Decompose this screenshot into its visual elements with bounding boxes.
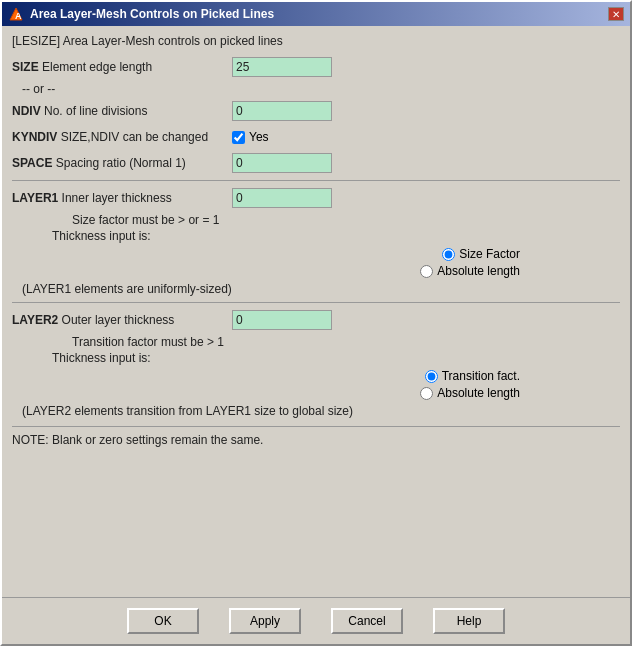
layer1-radio-size-factor: Size Factor (442, 247, 520, 261)
layer2-transition-note2: (LAYER2 elements transition from LAYER1 … (22, 404, 620, 418)
kyndiv-description: SIZE,NDIV can be changed (61, 130, 208, 144)
svg-text:A: A (15, 11, 22, 21)
size-keyword: SIZE (12, 60, 39, 74)
size-label: SIZE Element edge length (12, 60, 232, 74)
kyndiv-checkbox-label: Yes (249, 130, 269, 144)
or-divider: -- or -- (22, 82, 620, 96)
size-description: Element edge length (42, 60, 152, 74)
layer1-absolute-label: Absolute length (437, 264, 520, 278)
note-section: NOTE: Blank or zero settings remain the … (12, 426, 620, 447)
title-bar: A Area Layer-Mesh Controls on Picked Lin… (2, 2, 630, 26)
layer1-size-factor-label: Size Factor (459, 247, 520, 261)
layer2-radio-absolute: Absolute length (420, 386, 520, 400)
layer1-size-factor-radio[interactable] (442, 248, 455, 261)
layer1-keyword: LAYER1 (12, 191, 58, 205)
layer1-uniformly-sized: (LAYER1 elements are uniformly-sized) (22, 282, 620, 296)
layer2-transition-note: Transition factor must be > 1 (72, 335, 620, 349)
apply-button[interactable]: Apply (229, 608, 301, 634)
note-text: NOTE: Blank or zero settings remain the … (12, 433, 263, 447)
layer1-absolute-radio[interactable] (420, 265, 433, 278)
space-row: SPACE Spacing ratio (Normal 1) (12, 152, 620, 174)
ndiv-row: NDIV No. of line divisions (12, 100, 620, 122)
space-description: Spacing ratio (Normal 1) (56, 156, 186, 170)
layer2-row: LAYER2 Outer layer thickness (12, 309, 620, 331)
kyndiv-checkbox-row: Yes (232, 130, 269, 144)
layer2-description: Outer layer thickness (62, 313, 175, 327)
layer2-absolute-label: Absolute length (437, 386, 520, 400)
content-area: [LESIZE] Area Layer-Mesh controls on pic… (2, 26, 630, 597)
help-button[interactable]: Help (433, 608, 505, 634)
layer2-absolute-radio[interactable] (420, 387, 433, 400)
layer1-row: LAYER1 Inner layer thickness (12, 187, 620, 209)
close-button[interactable]: ✕ (608, 7, 624, 21)
layer2-radio-transition: Transition fact. (425, 369, 520, 383)
layer2-transition-radio[interactable] (425, 370, 438, 383)
ok-button[interactable]: OK (127, 608, 199, 634)
layer1-section: LAYER1 Inner layer thickness Size factor… (12, 180, 620, 300)
ndiv-input[interactable] (232, 101, 332, 121)
layer1-label: LAYER1 Inner layer thickness (12, 191, 232, 205)
space-keyword: SPACE (12, 156, 52, 170)
layer1-size-note: Size factor must be > or = 1 (72, 213, 620, 227)
layer1-input[interactable] (232, 188, 332, 208)
layer1-radio-group: Size Factor Absolute length (12, 247, 620, 278)
layer2-input[interactable] (232, 310, 332, 330)
cancel-button[interactable]: Cancel (331, 608, 403, 634)
space-label: SPACE Spacing ratio (Normal 1) (12, 156, 232, 170)
layer2-radio-group: Transition fact. Absolute length (12, 369, 620, 400)
lesize-description: [LESIZE] Area Layer-Mesh controls on pic… (12, 34, 620, 48)
kyndiv-label: KYNDIV SIZE,NDIV can be changed (12, 130, 232, 144)
layer2-section: LAYER2 Outer layer thickness Transition … (12, 302, 620, 422)
space-input[interactable] (232, 153, 332, 173)
title-bar-left: A Area Layer-Mesh Controls on Picked Lin… (8, 6, 274, 22)
layer2-label: LAYER2 Outer layer thickness (12, 313, 232, 327)
window-title: Area Layer-Mesh Controls on Picked Lines (30, 7, 274, 21)
kyndiv-keyword: KYNDIV (12, 130, 57, 144)
layer2-transition-label: Transition fact. (442, 369, 520, 383)
main-content: [LESIZE] Area Layer-Mesh controls on pic… (2, 26, 630, 644)
ndiv-label: NDIV No. of line divisions (12, 104, 232, 118)
layer1-thickness-label: Thickness input is: (52, 229, 620, 243)
main-window: A Area Layer-Mesh Controls on Picked Lin… (0, 0, 632, 646)
ndiv-description: No. of line divisions (44, 104, 147, 118)
button-bar: OK Apply Cancel Help (2, 597, 630, 644)
layer1-description: Inner layer thickness (62, 191, 172, 205)
kyndiv-checkbox[interactable] (232, 131, 245, 144)
layer2-thickness-label: Thickness input is: (52, 351, 620, 365)
layer2-keyword: LAYER2 (12, 313, 58, 327)
app-icon: A (8, 6, 24, 22)
layer1-radio-absolute: Absolute length (420, 264, 520, 278)
size-input[interactable] (232, 57, 332, 77)
kyndiv-row: KYNDIV SIZE,NDIV can be changed Yes (12, 126, 620, 148)
size-row: SIZE Element edge length (12, 56, 620, 78)
ndiv-keyword: NDIV (12, 104, 41, 118)
